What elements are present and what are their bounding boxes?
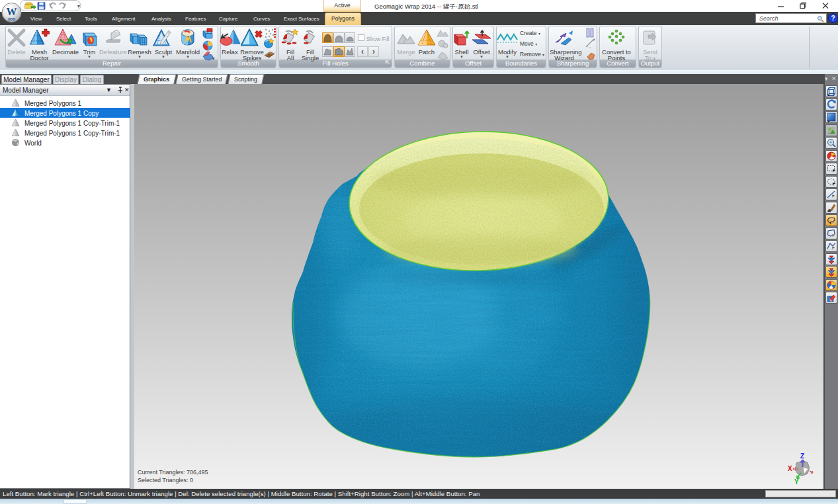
svg-text:▾: ▾ (212, 56, 215, 61)
svg-text:X: X (788, 465, 792, 472)
svg-text:W: W (7, 6, 17, 17)
svg-text:Y: Y (794, 478, 799, 485)
svg-text:3DS: 3DS (8, 17, 16, 21)
svg-text:Z: Z (800, 452, 804, 460)
